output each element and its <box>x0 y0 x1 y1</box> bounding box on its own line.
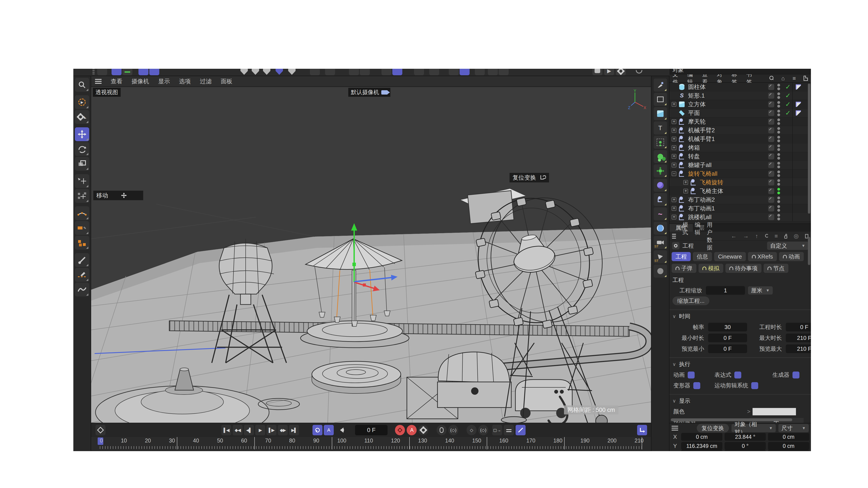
object-name[interactable]: 旋转飞椅all <box>688 170 768 177</box>
time-field-input[interactable]: 30 <box>708 323 747 331</box>
collapse-icon[interactable]: ∨ <box>673 398 676 404</box>
key-layers-icon[interactable] <box>504 425 514 435</box>
volume-icon[interactable] <box>654 265 667 278</box>
attr-tab-chip[interactable]: 工程 <box>672 252 691 261</box>
camera-label[interactable]: 默认摄像机 <box>348 88 391 97</box>
edit-toggle-icon[interactable] <box>768 162 774 168</box>
record-keyframe-button[interactable] <box>395 425 405 435</box>
expand-toggle[interactable]: + <box>672 215 676 220</box>
popout-icon[interactable] <box>804 76 808 81</box>
grid-lock-icon[interactable] <box>392 69 402 75</box>
attr-menu-item[interactable]: 编辑 <box>694 221 700 251</box>
shield-plus-icon[interactable] <box>429 69 439 75</box>
viewport-menu-item[interactable]: 查看 <box>111 77 122 85</box>
unit-dropdown[interactable]: 厘米▼ <box>748 286 773 295</box>
checkbox-checked[interactable] <box>793 371 799 379</box>
tab-objects[interactable]: 对象 <box>673 69 684 74</box>
time-field-input[interactable]: 210 F <box>786 333 811 342</box>
edit-toggle-icon[interactable] <box>768 153 774 159</box>
tag-icon[interactable] <box>796 110 801 116</box>
object-name[interactable]: 飞椅旋转 <box>700 178 768 186</box>
ripple-icon[interactable] <box>414 69 424 75</box>
coords-menu-icon[interactable] <box>672 426 678 430</box>
expand-toggle[interactable]: + <box>672 128 676 133</box>
visibility-dots[interactable] <box>777 205 780 212</box>
enable-axis-icon[interactable] <box>122 69 132 75</box>
section-time-label[interactable]: 时间 <box>679 313 690 320</box>
rect-pen-tool-icon[interactable]: ✎ <box>75 221 89 235</box>
timeline-ruler[interactable]: 0102030405060708090100110120130140150160… <box>91 437 651 450</box>
object-row[interactable]: − 旋转飞椅all <box>670 169 811 178</box>
object-name[interactable]: 机械手臂1 <box>688 135 768 143</box>
transport-button[interactable]: ▌◀ <box>221 425 231 435</box>
om-scrollbar[interactable] <box>808 84 810 214</box>
axis-gizmo[interactable]: Y X Z <box>627 89 647 110</box>
object-row[interactable]: + 糖罐子all <box>670 161 811 169</box>
u-gear-icon[interactable] <box>349 69 359 75</box>
ripple2-icon[interactable] <box>634 69 644 75</box>
viewport-menu-item[interactable]: 过滤 <box>200 77 212 85</box>
filter-icon[interactable]: ≡ <box>774 233 778 239</box>
rotation-field[interactable]: 0 ° <box>724 442 766 450</box>
time-field-input[interactable]: 0 F <box>786 323 811 331</box>
position-field[interactable]: 116.2349 cm <box>681 442 722 450</box>
home-icon[interactable]: ⌂ <box>781 75 785 82</box>
attr-tab-chip[interactable]: 信息 <box>693 252 712 261</box>
object-name[interactable]: 摩天轮 <box>688 118 768 126</box>
transport-button[interactable]: ◀▌ <box>244 425 254 435</box>
object-row[interactable]: + 布丁动画2 <box>670 195 811 204</box>
attr-tab-chip[interactable]: 子弹 <box>672 264 696 273</box>
visibility-dots[interactable] <box>777 110 780 116</box>
transport-button[interactable]: ◆▶ <box>278 425 288 435</box>
edit-toggle-icon[interactable] <box>768 84 774 90</box>
attr-tab-chip[interactable]: 动画 <box>779 252 804 261</box>
rotate-tool-icon[interactable] <box>75 142 89 156</box>
l-arrow-icon[interactable] <box>488 69 498 75</box>
edit-toggle-icon[interactable] <box>768 180 774 186</box>
shield-a-icon[interactable] <box>460 69 470 75</box>
expand-toggle[interactable]: + <box>672 197 676 202</box>
spline-wave-icon[interactable]: ~ <box>654 207 667 220</box>
cube-icon[interactable] <box>97 69 107 75</box>
visibility-dots[interactable] <box>777 92 780 99</box>
scale-input[interactable]: 1 <box>706 286 745 295</box>
gear-icon[interactable] <box>360 69 370 75</box>
render-view-icon[interactable] <box>592 69 602 75</box>
lock-icon[interactable] <box>784 235 787 238</box>
visibility-dots[interactable] <box>777 119 780 125</box>
attr-vscrollbar[interactable] <box>808 237 810 265</box>
visibility-dots[interactable] <box>777 136 780 142</box>
camera-st-icon[interactable]: ST <box>654 236 667 249</box>
autokey-filter-icon[interactable] <box>516 425 526 435</box>
dash-pen-tool-icon[interactable] <box>75 268 89 282</box>
size-field[interactable]: 0 cm <box>768 442 809 450</box>
shield-select-icon[interactable] <box>263 69 270 75</box>
enabled-check[interactable]: ✓ <box>783 109 792 117</box>
coords-size-dropdown[interactable]: 尺寸▼ <box>778 424 809 432</box>
keyframe-settings-icon[interactable] <box>418 425 428 435</box>
object-name[interactable]: 烤箱 <box>688 144 768 152</box>
timeline-mode-button[interactable]: A <box>324 425 334 435</box>
edit-toggle-icon[interactable] <box>768 127 774 133</box>
scale-project-button[interactable]: 缩放工程... <box>673 296 709 305</box>
object-name[interactable]: 跳楼机all <box>688 213 768 221</box>
x-icon[interactable] <box>475 69 485 75</box>
visibility-dots[interactable] <box>777 84 780 90</box>
transport-button[interactable]: ▶▌ <box>289 425 299 435</box>
color-swatch[interactable] <box>752 408 796 415</box>
tag-column[interactable] <box>792 213 811 221</box>
axis-move-tool-icon[interactable] <box>75 189 89 203</box>
object-row[interactable]: 矩形.1 ✓ <box>670 91 811 100</box>
enabled-check[interactable]: ✓ <box>783 92 792 99</box>
attr-menu-item[interactable]: 用户数据 <box>707 221 718 251</box>
up-icon[interactable]: ↑ <box>755 233 758 239</box>
object-name[interactable]: 糖罐子all <box>688 161 768 169</box>
brush-tool-icon[interactable] <box>75 253 89 267</box>
square-icon[interactable] <box>325 69 335 75</box>
l-arrow2-icon[interactable] <box>499 69 509 75</box>
object-name[interactable]: 圆柱体 <box>688 83 768 91</box>
move-tool-icon[interactable] <box>75 127 89 141</box>
transport-button[interactable]: ▌▶ <box>267 425 276 435</box>
key-position-icon[interactable]: ◇ <box>467 425 476 435</box>
grid-icon[interactable] <box>381 69 392 75</box>
